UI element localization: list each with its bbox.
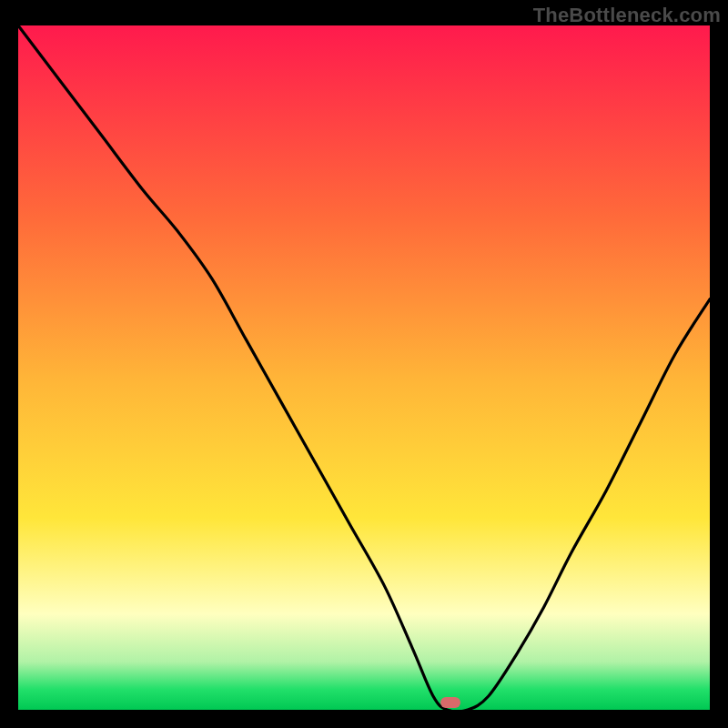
bottleneck-curve [18, 25, 710, 710]
curve-layer [18, 25, 710, 710]
chart-frame: TheBottleneck.com [0, 0, 728, 728]
sweet-spot-marker [440, 697, 460, 708]
plot-area [18, 25, 710, 710]
watermark-text: TheBottleneck.com [533, 4, 721, 27]
